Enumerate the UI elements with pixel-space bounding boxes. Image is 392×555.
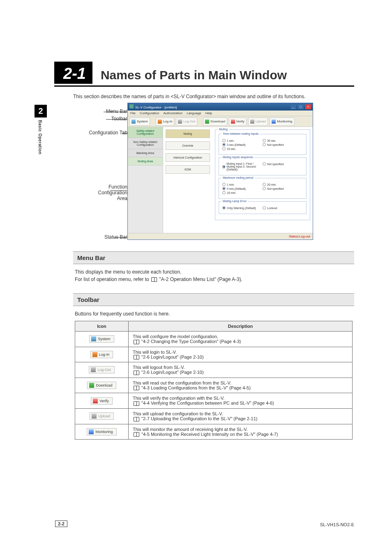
group-title-max: Maximum muting period: [221, 176, 255, 179]
monitor-icon: [272, 120, 276, 124]
radio-lamp-lock[interactable]: Lockout: [263, 206, 303, 210]
callout-function: Function: [108, 184, 127, 190]
section-head-toolbar: Toolbar: [73, 293, 354, 306]
footer-doc-id: SL-VH1S-NO2-E: [320, 522, 354, 527]
book-icon: [134, 355, 139, 359]
menu-file[interactable]: File: [130, 111, 136, 115]
window-title: SL-V Configurator - [untitled]: [135, 106, 177, 109]
table-row: UploadThis will upload the configuration…: [75, 408, 353, 424]
fn-muting[interactable]: Muting: [166, 129, 210, 138]
desc-line1: This will read out the configuration fro…: [133, 380, 348, 385]
desc-line1: This will logout from SL-V.: [133, 365, 348, 370]
desc-line2: "4-4 Verifying the Configuration between…: [133, 401, 348, 406]
chapter-number: 2-1: [54, 62, 92, 84]
radio-seq-ns[interactable]: Not specified: [263, 162, 303, 166]
toolbar-verify[interactable]: Verify: [229, 117, 247, 126]
desc-cell: This will upload the configuration to th…: [129, 408, 353, 424]
radio-30sec[interactable]: 30 sec.: [263, 139, 303, 142]
titlebar: SL-V Configurator - [untitled] _ □ ×: [128, 103, 313, 111]
desc-line1: This will login to SL-V.: [133, 350, 348, 355]
menu-language[interactable]: Language: [187, 111, 201, 115]
maximize-button[interactable]: □: [298, 104, 304, 109]
radio-3sec[interactable]: 3 sec.(Default): [222, 143, 263, 146]
section-menu-bar: Menu Bar This displays the menu to execu…: [73, 251, 354, 284]
toolbar-upload[interactable]: Upload: [248, 117, 268, 126]
toolbar-system[interactable]: System: [129, 117, 150, 126]
desc-line2: "4-3 Loading Configurations from the SL-…: [133, 385, 348, 391]
group-title-seq: Muting inputs sequence: [221, 156, 254, 159]
radio-max-ns[interactable]: Not specified: [263, 187, 303, 190]
icon-cell: Upload: [75, 408, 129, 424]
desc-line1: This will upload the configuration to th…: [133, 411, 348, 416]
group-title-lamp: Muting Lamp Error: [221, 200, 248, 203]
login-icon: [158, 120, 162, 124]
toolbar-mini-download: Download: [87, 382, 116, 389]
status-bar: Status:Log-out: [128, 233, 313, 240]
toolbar-login[interactable]: Log-In: [156, 117, 175, 126]
upload-icon: [250, 120, 254, 124]
radio-seq-default[interactable]: Muting input 1: First / Muting input 2: …: [222, 162, 263, 171]
download-icon: [89, 383, 94, 388]
chapter-title: Names of Parts in Main Window: [101, 68, 287, 82]
toolbar-logout[interactable]: Log-Out: [176, 117, 197, 126]
toolbar-download[interactable]: Download: [203, 117, 227, 126]
menu-authorization[interactable]: Authorization: [163, 111, 182, 115]
radio-time-ns[interactable]: Not specified: [263, 143, 303, 146]
toolbar-mini-verify: Verify: [91, 397, 113, 405]
login-icon: [92, 352, 97, 357]
desc-cell: This will logout from SL-V. "2-6 Login/L…: [129, 362, 353, 378]
table-row: SystemThis will configure the model conf…: [75, 332, 353, 347]
radio-20min[interactable]: 20 min.: [263, 183, 303, 186]
section-toolbar: Toolbar Buttons for frequently used func…: [73, 293, 354, 440]
system-icon: [131, 120, 136, 124]
desc-cell: This will configure the model configurat…: [129, 332, 353, 347]
th-icon: Icon: [75, 321, 129, 332]
group-time-between: Time between muting inputs 1 sec. 3 sec.…: [219, 134, 307, 155]
radio-1sec[interactable]: 1 sec.: [222, 139, 263, 142]
fn-override[interactable]: Override: [166, 141, 210, 150]
group-muting: Muting Time between muting inputs 1 sec.…: [215, 129, 310, 220]
radio-lamp-warn[interactable]: Only Warning (Default): [222, 206, 263, 210]
chapter-heading: 2-1 Names of Parts in Main Window: [54, 62, 287, 84]
callout-configuration: Configuration: [98, 190, 127, 196]
callout-toolbar: Toolbar: [111, 116, 127, 122]
callout-area: Area: [117, 196, 127, 201]
group-sequence: Muting inputs sequence Muting input 1: F…: [219, 157, 307, 175]
fn-edm[interactable]: EDM: [166, 165, 210, 174]
radio-10min[interactable]: 10 min.: [222, 191, 263, 194]
fn-interlock[interactable]: Interlock Configuration: [166, 153, 210, 162]
icon-cell: Download: [75, 378, 129, 393]
menu-bar-p2: For list of operation menu, refer to "A-…: [75, 276, 353, 282]
menu-bar-p1: This displays the menu to execute each f…: [75, 269, 353, 275]
tab-safety-config[interactable]: Safety-related Configuration: [128, 127, 163, 138]
desc-cell: This will read out the configuration fro…: [129, 378, 353, 393]
leader-line: [104, 112, 127, 112]
callout-config-tab: Configuration Tab: [89, 130, 127, 136]
radio-5min[interactable]: 5 min.(Default): [222, 187, 263, 190]
desc-cell: This will verify the configuration with …: [129, 393, 353, 409]
desc-line1: This will monitor the amount of receivin…: [133, 427, 348, 432]
minimize-button[interactable]: _: [291, 104, 296, 109]
verify-icon: [93, 398, 98, 403]
toolbar-intro: Buttons for frequently used function is …: [75, 311, 353, 317]
tab-nonsafety-config[interactable]: Non Safety-related Configuration: [128, 138, 163, 149]
radio-1min[interactable]: 1 min.: [222, 183, 263, 186]
section-head-menu-bar: Menu Bar: [73, 251, 354, 264]
app-icon: [129, 104, 134, 108]
group-lamp-error: Muting Lamp Error Only Warning (Default)…: [219, 201, 307, 214]
toolbar-monitoring[interactable]: Monitoring: [270, 117, 294, 126]
tab-muting-area[interactable]: Muting Area: [128, 157, 163, 166]
book-icon: [151, 277, 157, 282]
desc-line2: "4-5 Monitoring the Received Light Inten…: [133, 432, 348, 437]
toolbar-mini-login: Log-In: [90, 351, 113, 358]
book-icon: [134, 417, 139, 421]
menu-configuration[interactable]: Configuration: [140, 111, 159, 115]
menu-help[interactable]: Help: [205, 111, 212, 115]
table-row: Log-InThis will login to SL-V. "2-6 Logi…: [75, 347, 353, 362]
th-description: Description: [129, 321, 353, 332]
close-button[interactable]: ×: [305, 104, 311, 109]
radio-10sec[interactable]: 10 sec.: [222, 147, 263, 150]
table-row: VerifyThis will verify the configuration…: [75, 393, 353, 409]
app-window: SL-V Configurator - [untitled] _ □ × Fil…: [127, 103, 313, 240]
tab-blanking-area[interactable]: Blanking Area: [128, 149, 163, 157]
